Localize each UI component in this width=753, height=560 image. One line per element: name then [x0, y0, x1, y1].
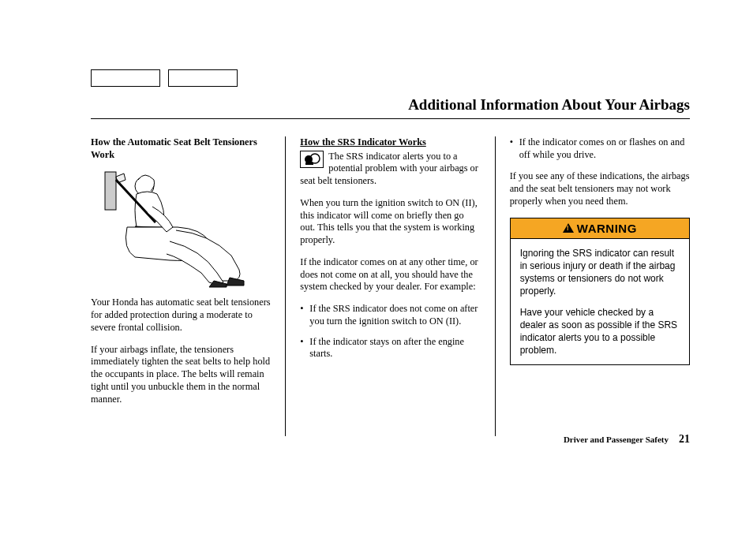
warning-label: WARNING — [577, 221, 637, 236]
col1-heading: How the Automatic Seat Belt Tensioners W… — [91, 136, 271, 161]
column-2: How the SRS Indicator Works The SRS indi… — [285, 136, 495, 436]
col2-p1: The SRS indicator alerts you to a potent… — [300, 151, 478, 186]
srs-indicator-icon — [300, 151, 324, 168]
svg-rect-0 — [105, 172, 116, 210]
svg-rect-6 — [305, 162, 313, 165]
warning-body: Ignoring the SRS indicator can result in… — [511, 239, 689, 365]
col2-bullets: If the SRS indicator does not come on af… — [300, 303, 480, 360]
column-1: How the Automatic Seat Belt Tensioners W… — [91, 136, 285, 436]
col3-p1: If you see any of these indications, the… — [510, 170, 690, 207]
top-placeholder-boxes — [91, 69, 238, 87]
footer-section: Driver and Passenger Safety — [564, 435, 669, 444]
col3-b1: If the indicator comes on or flashes on … — [510, 136, 690, 161]
col1-p2: If your airbags inflate, the tensioners … — [91, 344, 271, 406]
warning-p2: Have your vehicle checked by a dealer as… — [520, 306, 680, 357]
page-footer: Driver and Passenger Safety 21 — [564, 433, 690, 446]
warning-header: WARNING — [511, 218, 689, 239]
seatbelt-illustration — [91, 162, 249, 289]
col2-b1: If the SRS indicator does not come on af… — [300, 303, 480, 327]
col2-p2: When you turn the ignition switch to ON … — [300, 197, 480, 247]
placeholder-box-1 — [91, 69, 160, 87]
warning-box: WARNING Ignoring the SRS indicator can r… — [510, 218, 690, 366]
col2-b2: If the indicator stays on after the engi… — [300, 336, 480, 360]
column-3: If the indicator comes on or flashes on … — [496, 136, 690, 436]
title-row: Additional Information About Your Airbag… — [91, 96, 690, 119]
col1-p1: Your Honda has automatic seat belt tensi… — [91, 297, 271, 334]
col2-p1-wrap: The SRS indicator alerts you to a potent… — [300, 151, 480, 188]
warning-triangle-icon — [563, 223, 574, 233]
content-columns: How the Automatic Seat Belt Tensioners W… — [91, 136, 690, 436]
warning-p1: Ignoring the SRS indicator can result in… — [520, 247, 680, 298]
col2-p3: If the indicator comes on at any other t… — [300, 256, 480, 293]
manual-page: Additional Information About Your Airbag… — [0, 0, 753, 560]
col2-heading: How the SRS Indicator Works — [300, 136, 480, 149]
col3-bullets: If the indicator comes on or flashes on … — [510, 136, 690, 161]
placeholder-box-2 — [168, 69, 238, 87]
page-title: Additional Information About Your Airbag… — [91, 96, 690, 114]
footer-page-number: 21 — [679, 433, 690, 445]
